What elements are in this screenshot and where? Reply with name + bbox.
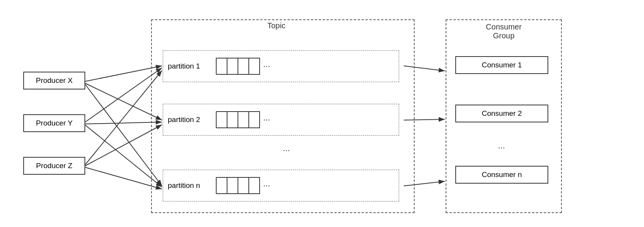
topic-label: Topic <box>267 21 286 30</box>
consumer-n-label: Consumer n <box>482 170 522 179</box>
diagram-container: Producer X Producer Y Producer Z Topic p… <box>0 0 644 227</box>
producer-y-label: Producer Y <box>36 119 73 127</box>
cell <box>238 177 249 194</box>
middle-dots: ... <box>283 143 290 153</box>
producer-z-box: Producer Z <box>23 157 85 175</box>
cell <box>216 177 227 194</box>
cell <box>248 111 260 128</box>
svg-line-1 <box>85 66 162 81</box>
partition-n-cells: ··· <box>216 177 270 194</box>
consumer-2-label: Consumer 2 <box>482 109 522 117</box>
producer-y-box: Producer Y <box>23 114 85 132</box>
partition-2-label: partition 2 <box>168 115 210 124</box>
cell <box>216 58 227 75</box>
svg-line-2 <box>85 83 162 120</box>
consumer-group-label: ConsumerGroup <box>465 22 542 40</box>
partition-n-label: partition n <box>168 181 210 190</box>
cell <box>227 111 238 128</box>
consumer-2-box: Consumer 2 <box>455 105 548 122</box>
svg-line-3 <box>85 84 162 186</box>
cell <box>248 58 260 75</box>
svg-line-4 <box>85 68 162 122</box>
cell <box>227 58 238 75</box>
producer-z-label: Producer Z <box>36 162 72 170</box>
partition-1-cells: ··· <box>216 58 270 75</box>
svg-line-6 <box>85 125 162 187</box>
partition-2-cells: ··· <box>216 111 270 128</box>
partition-1-row: partition 1 ··· <box>163 50 399 82</box>
cell <box>248 177 260 194</box>
consumer-n-box: Consumer n <box>455 166 548 184</box>
consumer-1-label: Consumer 1 <box>482 61 522 69</box>
svg-line-9 <box>85 167 162 189</box>
partition-2-row: partition 2 ··· <box>163 104 399 136</box>
svg-line-7 <box>85 71 162 165</box>
cell <box>227 177 238 194</box>
cell-ellipsis: ··· <box>263 181 270 191</box>
consumer-dots: ... <box>498 141 505 151</box>
consumer-1-box: Consumer 1 <box>455 56 548 74</box>
producer-x-box: Producer X <box>23 72 85 89</box>
partition-n-row: partition n ··· <box>163 170 399 201</box>
svg-line-8 <box>85 125 162 166</box>
cell <box>238 111 249 128</box>
cell-ellipsis: ··· <box>263 115 270 125</box>
svg-line-5 <box>85 122 162 124</box>
cell-ellipsis: ··· <box>263 61 270 71</box>
cell <box>216 111 227 128</box>
producer-x-label: Producer X <box>36 76 72 84</box>
cell <box>238 58 249 75</box>
partition-1-label: partition 1 <box>168 62 210 71</box>
